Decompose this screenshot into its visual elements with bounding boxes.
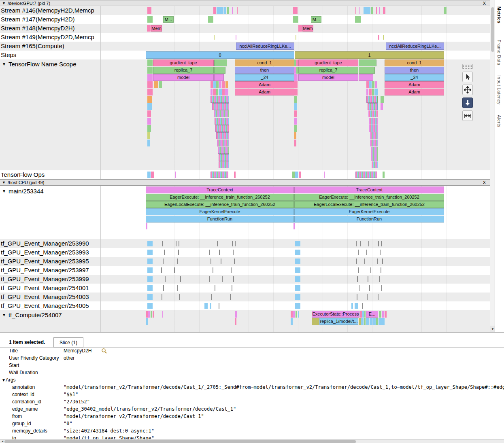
trace-slice[interactable]: [293, 311, 295, 318]
close-button-gpu[interactable]: X: [483, 1, 486, 6]
trace-slice[interactable]: [381, 96, 384, 103]
trace-slice[interactable]: cond_1: [385, 59, 444, 66]
trace-slice[interactable]: [295, 267, 300, 273]
trace-slice[interactable]: [370, 318, 372, 325]
trace-slice[interactable]: then: [235, 67, 294, 74]
trace-slice[interactable]: [291, 318, 293, 325]
trace-slice[interactable]: [291, 311, 293, 318]
trace-slice[interactable]: [296, 311, 297, 318]
trace-slice[interactable]: [147, 118, 151, 125]
trace-slice[interactable]: EagerExecute: __inference_train_function…: [146, 194, 294, 201]
trace-slice[interactable]: [295, 259, 300, 264]
track-label-tf-compute-254007[interactable]: ▼tf_Compute/254007: [0, 312, 100, 319]
trace-slice[interactable]: [147, 250, 153, 255]
trace-slice[interactable]: [294, 67, 296, 74]
trace-slice[interactable]: [372, 318, 376, 325]
trace-slice[interactable]: [371, 147, 378, 154]
trace-slice[interactable]: [358, 250, 359, 255]
trace-slice[interactable]: [295, 303, 300, 309]
timing-tool-button[interactable]: [462, 110, 473, 121]
trace-slice[interactable]: [237, 7, 238, 14]
trace-slice[interactable]: [227, 7, 229, 14]
trace-slice[interactable]: [147, 74, 153, 81]
magnifier-icon[interactable]: [101, 348, 107, 355]
collapse-arrow-icon[interactable]: ▼: [2, 312, 6, 319]
trace-slice[interactable]: [359, 67, 375, 74]
trace-slice[interactable]: [368, 103, 378, 110]
trace-slice[interactable]: [376, 318, 378, 325]
trace-slice[interactable]: [298, 311, 299, 318]
trace-slice[interactable]: [161, 267, 162, 273]
trace-slice[interactable]: [295, 250, 300, 255]
trace-slice[interactable]: [219, 161, 229, 168]
trace-slice[interactable]: [364, 311, 366, 318]
collapse-arrow-icon[interactable]: ▼: [2, 188, 6, 195]
trace-slice[interactable]: [362, 311, 364, 318]
trace-slice[interactable]: [147, 67, 153, 74]
trace-slice[interactable]: [444, 7, 447, 14]
close-button-cpu[interactable]: X: [483, 180, 486, 185]
trace-slice[interactable]: [371, 7, 373, 14]
trace-slice[interactable]: [153, 311, 154, 318]
trace-slice[interactable]: TraceContext: [294, 187, 444, 193]
trace-slice[interactable]: 0: [146, 51, 294, 59]
trace-slice[interactable]: [294, 132, 296, 139]
trace-slice[interactable]: [163, 259, 164, 264]
trace-slice[interactable]: [212, 103, 229, 110]
zoom-tool-button[interactable]: [462, 98, 473, 108]
trace-slice[interactable]: model: [298, 74, 358, 81]
side-tab-input-latency[interactable]: Input Latency: [497, 75, 502, 105]
trace-slice[interactable]: [219, 303, 219, 309]
trace-slice[interactable]: [209, 276, 210, 282]
trace-slice[interactable]: [225, 81, 228, 88]
trace-slice[interactable]: [217, 140, 229, 146]
trace-slice[interactable]: [361, 318, 364, 325]
trace-slice[interactable]: [380, 250, 381, 255]
trace-slice[interactable]: [294, 103, 297, 110]
trace-slice[interactable]: [231, 267, 232, 273]
trace-slice[interactable]: [295, 172, 298, 178]
trace-slice[interactable]: [147, 259, 153, 264]
trace-slice[interactable]: [214, 59, 227, 66]
trace-slice[interactable]: [382, 259, 383, 264]
trace-slice[interactable]: FunctionRun: [146, 216, 294, 223]
trace-slice[interactable]: [218, 147, 229, 154]
trace-slice[interactable]: [376, 7, 377, 14]
vertical-scrollbar-thumb[interactable]: [491, 7, 494, 52]
trace-slice[interactable]: [216, 132, 229, 139]
trace-slice[interactable]: [178, 250, 179, 255]
trace-slice[interactable]: [372, 81, 374, 88]
trace-slice[interactable]: [295, 285, 300, 291]
trace-slice[interactable]: [232, 241, 233, 246]
trace-slice[interactable]: [147, 241, 153, 246]
trace-slice[interactable]: [235, 241, 236, 246]
trace-slice[interactable]: [296, 59, 298, 66]
trace-slice[interactable]: [147, 16, 153, 23]
trace-slice[interactable]: [369, 81, 372, 88]
trace-slice[interactable]: [370, 140, 378, 146]
trace-slice[interactable]: EagerKernelExecute: [146, 208, 294, 215]
trace-slice[interactable]: [214, 35, 215, 40]
trace-slice[interactable]: [385, 311, 387, 318]
trace-slice[interactable]: [351, 303, 353, 309]
trace-slice[interactable]: [362, 303, 363, 309]
trace-slice[interactable]: [364, 318, 366, 325]
trace-slice[interactable]: [233, 250, 234, 255]
trace-slice[interactable]: then: [385, 67, 444, 74]
trace-slice[interactable]: EagerExecute: __inference_train_function…: [294, 194, 444, 201]
trace-slice[interactable]: [355, 16, 361, 23]
trace-slice[interactable]: [381, 103, 383, 110]
trace-slice[interactable]: [222, 276, 223, 282]
collapse-arrow-icon[interactable]: ▼: [2, 180, 6, 184]
trace-slice[interactable]: [372, 89, 374, 95]
collapse-arrow-icon[interactable]: ▼: [2, 61, 6, 68]
trace-slice[interactable]: [163, 285, 164, 291]
trace-slice[interactable]: [294, 140, 296, 146]
trace-slice[interactable]: [375, 81, 377, 88]
trace-slice[interactable]: [179, 294, 180, 300]
trace-slice[interactable]: [225, 89, 228, 95]
trace-slice[interactable]: 1: [295, 51, 444, 59]
trace-slice[interactable]: [235, 318, 236, 325]
trace-slice[interactable]: _24: [385, 74, 444, 81]
trace-slice[interactable]: replica_1/model/t...: [319, 318, 358, 325]
